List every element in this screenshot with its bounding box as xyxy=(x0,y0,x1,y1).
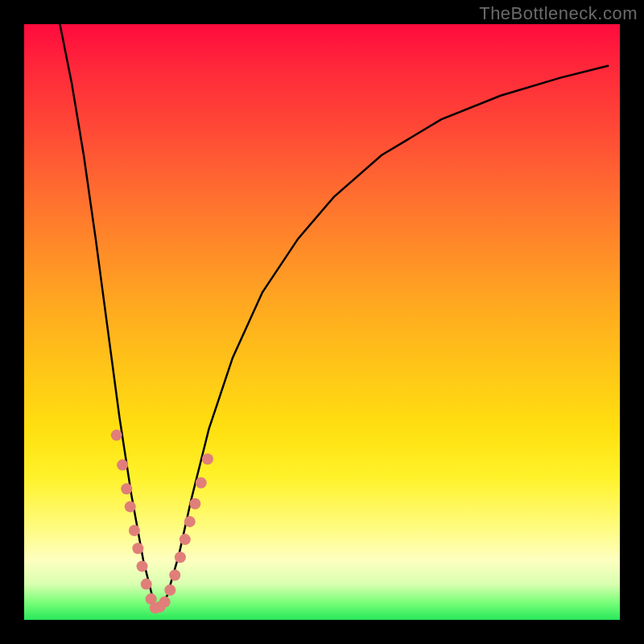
marker-dot xyxy=(202,453,213,464)
chart-frame: TheBottleneck.com xyxy=(0,0,644,644)
curve-group xyxy=(60,24,608,608)
marker-dot xyxy=(141,579,152,590)
marker-dot xyxy=(189,498,200,510)
marker-dot xyxy=(129,525,140,536)
marker-dot xyxy=(121,483,132,494)
marker-dot xyxy=(164,584,175,596)
bottleneck-curve xyxy=(60,24,608,608)
marker-dot xyxy=(180,534,191,545)
marker-dot xyxy=(169,570,180,581)
marker-dot xyxy=(159,597,171,608)
marker-dot xyxy=(175,551,186,563)
marker-dot xyxy=(111,430,122,441)
marker-dot xyxy=(137,560,148,572)
marker-dot xyxy=(117,460,128,471)
marker-dot xyxy=(184,516,196,527)
marker-dot xyxy=(132,543,143,554)
marker-dot xyxy=(196,477,207,489)
marker-dot xyxy=(125,501,136,512)
chart-svg xyxy=(24,24,620,620)
plot-area xyxy=(24,24,620,620)
watermark-text: TheBottleneck.com xyxy=(479,3,638,24)
